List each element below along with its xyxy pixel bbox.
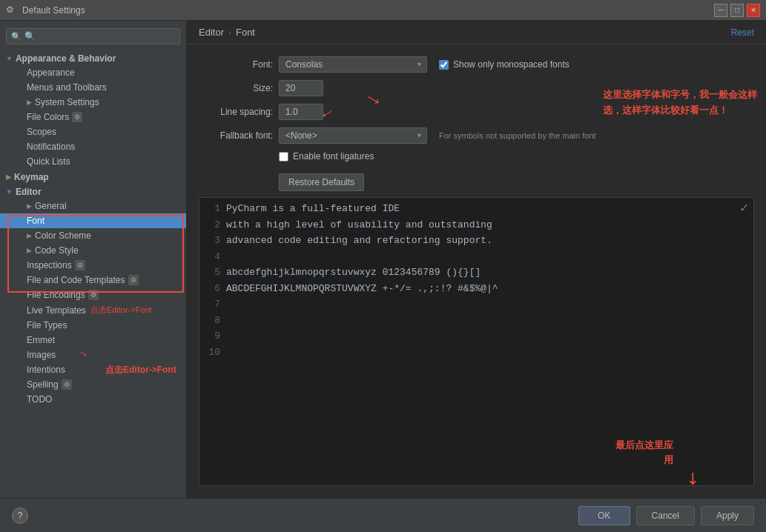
expand-icon: ▶ bbox=[27, 99, 32, 106]
settings-content: Font: Consolas Show only monospaced font… bbox=[187, 44, 766, 498]
expand-icon: ▶ bbox=[6, 173, 11, 181]
size-row: Size: bbox=[199, 80, 754, 96]
window-controls: ─ □ ✕ bbox=[714, 4, 760, 17]
sidebar-item-images[interactable]: Images bbox=[0, 348, 186, 362]
sidebar-item-menus-toolbars[interactable]: Menus and Toolbars bbox=[0, 80, 186, 95]
sidebar-item-label: Emmet bbox=[27, 335, 55, 345]
sidebar-item-general[interactable]: ▶ General bbox=[0, 199, 186, 213]
sidebar-item-intentions[interactable]: Intentions bbox=[0, 362, 186, 377]
line-content: advanced code editing and refactoring su… bbox=[226, 233, 492, 248]
sidebar-item-label: File Colors bbox=[27, 112, 69, 122]
sidebar-item-live-templates[interactable]: Live Templates 点击Editor->Font bbox=[0, 302, 186, 318]
sidebar-item-editor[interactable]: ▼ Editor bbox=[0, 184, 186, 199]
preview-line: 10 bbox=[199, 345, 753, 361]
settings-icon: ⚙ bbox=[88, 290, 99, 300]
close-button[interactable]: ✕ bbox=[747, 4, 760, 17]
breadcrumb-parent: Editor bbox=[199, 27, 224, 38]
preview-line: 3advanced code editing and refactoring s… bbox=[199, 233, 753, 249]
help-button[interactable]: ? bbox=[12, 508, 28, 524]
line-number: 1 bbox=[205, 202, 220, 216]
maximize-button[interactable]: □ bbox=[730, 4, 744, 17]
sidebar-item-inspections[interactable]: Inspections ⚙ bbox=[0, 258, 186, 273]
sidebar-item-label: TODO bbox=[27, 394, 52, 405]
preview-line: 9 bbox=[199, 328, 753, 345]
sidebar-item-file-types[interactable]: File Types bbox=[0, 318, 186, 333]
sidebar-item-code-style[interactable]: ▶ Code Style bbox=[0, 243, 186, 258]
size-input[interactable] bbox=[279, 80, 323, 96]
sidebar-item-appearance-behavior[interactable]: ▼ Appearance & Behavior bbox=[0, 50, 186, 65]
bottom-bar-left: ? bbox=[12, 508, 572, 524]
sidebar-item-system-settings[interactable]: ▶ System Settings bbox=[0, 95, 186, 110]
sidebar-item-label: Intentions bbox=[27, 365, 65, 375]
fallback-label: Fallback font: bbox=[199, 130, 273, 141]
font-dropdown-wrapper: Consolas bbox=[279, 56, 427, 73]
line-spacing-row: Line spacing: bbox=[199, 104, 754, 120]
settings-icon: ⚙ bbox=[128, 275, 139, 285]
line-number: 7 bbox=[205, 297, 220, 312]
minimize-button[interactable]: ─ bbox=[714, 4, 727, 17]
sidebar-item-emmet[interactable]: Emmet bbox=[0, 333, 186, 348]
window-title: Default Settings bbox=[22, 5, 714, 16]
sidebar-item-appearance[interactable]: Appearance bbox=[0, 65, 186, 80]
sidebar-item-file-colors[interactable]: File Colors ⚙ bbox=[0, 110, 186, 124]
preview-line: 4 bbox=[199, 249, 753, 265]
breadcrumb: Editor › Font Reset bbox=[187, 21, 766, 44]
restore-defaults-button[interactable]: Restore Defaults bbox=[279, 173, 364, 191]
search-input[interactable] bbox=[24, 31, 175, 41]
sidebar-item-keymap[interactable]: ▶ Keymap bbox=[0, 169, 186, 184]
sidebar-item-font[interactable]: Font bbox=[0, 213, 186, 228]
content-area: Editor › Font Reset Font: Consolas bbox=[187, 21, 766, 498]
sidebar-item-label: Menus and Toolbars bbox=[27, 82, 107, 93]
show-mono-label[interactable]: Show only monospaced fonts bbox=[453, 59, 569, 70]
search-box[interactable]: 🔍 bbox=[6, 28, 180, 44]
sidebar-item-label: Quick Lists bbox=[27, 156, 70, 167]
ligatures-row: Enable font ligatures bbox=[279, 151, 754, 162]
show-mono-checkbox[interactable] bbox=[439, 60, 449, 70]
font-row: Font: Consolas Show only monospaced font… bbox=[199, 56, 754, 73]
sidebar-section-label: Keymap bbox=[14, 172, 49, 182]
preview-line: 6ABCDEFGHIJKLMNOPQRSTUVWXYZ +-*/= .,;:!?… bbox=[199, 281, 753, 297]
sidebar-item-color-scheme[interactable]: ▶ Color Scheme bbox=[0, 228, 186, 243]
show-mono-row: Show only monospaced fonts bbox=[439, 59, 569, 70]
preview-line: 1PyCharm is a full-featured IDE bbox=[199, 201, 753, 217]
sidebar-item-todo[interactable]: TODO bbox=[0, 392, 186, 407]
sidebar-item-file-encodings[interactable]: File Encodings ⚙ bbox=[0, 287, 186, 302]
sidebar-item-notifications[interactable]: Notifications bbox=[0, 139, 186, 154]
sidebar-item-label: Spelling bbox=[27, 379, 59, 390]
fallback-dropdown-wrapper: <None> bbox=[279, 127, 427, 144]
expand-icon: ▼ bbox=[6, 55, 13, 62]
settings-icon: ⚙ bbox=[72, 112, 82, 122]
sidebar-item-label: Inspections bbox=[27, 260, 72, 270]
preview-container: ✓ 1PyCharm is a full-featured IDE2with a… bbox=[199, 197, 754, 486]
breadcrumb-separator: › bbox=[228, 27, 231, 38]
breadcrumb-current: Font bbox=[236, 27, 255, 38]
apply-button[interactable]: Apply bbox=[701, 506, 754, 525]
sidebar-item-file-code-templates[interactable]: File and Code Templates ⚙ bbox=[0, 273, 186, 287]
ok-button[interactable]: OK bbox=[578, 506, 630, 525]
ligatures-label[interactable]: Enable font ligatures bbox=[293, 151, 374, 162]
restore-row: Restore Defaults bbox=[199, 170, 754, 191]
preview-line: 8 bbox=[199, 313, 753, 329]
preview-line: 5abcdefghijklmnopqrstuvwxyz 0123456789 (… bbox=[199, 265, 753, 281]
fallback-hint: For symbols not supported by the main fo… bbox=[439, 131, 596, 140]
line-number: 8 bbox=[205, 313, 220, 328]
expand-icon: ▶ bbox=[27, 202, 32, 210]
font-dropdown[interactable]: Consolas bbox=[279, 56, 427, 73]
sidebar-item-label: Live Templates bbox=[27, 305, 86, 316]
line-number: 10 bbox=[205, 345, 220, 360]
fallback-dropdown[interactable]: <None> bbox=[279, 127, 427, 144]
sidebar-item-label: Appearance bbox=[27, 67, 75, 78]
line-content: with a high level of usability and outst… bbox=[226, 218, 492, 233]
sidebar-item-quick-lists[interactable]: Quick Lists bbox=[0, 154, 186, 169]
sidebar-item-scopes[interactable]: Scopes bbox=[0, 124, 186, 139]
reset-link[interactable]: Reset bbox=[731, 27, 754, 38]
preview-line: 2with a high level of usability and outs… bbox=[199, 217, 753, 233]
sidebar: 🔍 ▼ Appearance & Behavior Appearance Men… bbox=[0, 21, 187, 498]
cancel-button[interactable]: Cancel bbox=[636, 506, 695, 525]
line-spacing-input[interactable] bbox=[279, 104, 323, 120]
ligatures-checkbox[interactable] bbox=[279, 152, 288, 162]
sidebar-item-spelling[interactable]: Spelling ⚙ bbox=[0, 377, 186, 392]
size-label: Size: bbox=[199, 83, 273, 93]
sidebar-item-label: Code Style bbox=[35, 245, 79, 256]
sidebar-item-label: System Settings bbox=[35, 97, 99, 107]
